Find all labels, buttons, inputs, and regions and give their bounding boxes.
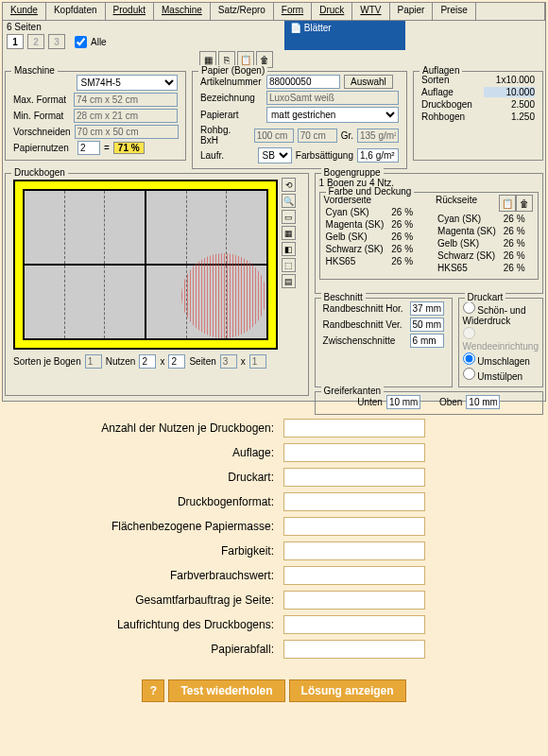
ink-indicator-icon bbox=[181, 253, 266, 338]
druckart-opt-0[interactable] bbox=[463, 301, 475, 314]
tool5-icon[interactable]: ▤ bbox=[282, 274, 296, 288]
q9-input[interactable] bbox=[283, 640, 425, 659]
page-count-label: 6 Seiten bbox=[7, 22, 42, 32]
tab-papier[interactable]: Papier bbox=[390, 3, 434, 20]
tab-spacer bbox=[476, 3, 545, 20]
minformat-label: Min. Format bbox=[13, 111, 70, 121]
q5-label: Farbigkeit: bbox=[28, 544, 283, 558]
delete-colors-icon[interactable]: 🗑 bbox=[516, 195, 533, 212]
tab-produkt[interactable]: Produkt bbox=[106, 3, 154, 20]
x2-label: x bbox=[241, 356, 246, 367]
bez-value bbox=[266, 91, 399, 105]
quiz-form: Anzahl der Nutzen je Druckbogen: Auflage… bbox=[0, 404, 548, 674]
q4-input[interactable] bbox=[283, 517, 425, 536]
vorschneiden-value bbox=[75, 125, 179, 139]
rohbogen-label: Rohbogen bbox=[421, 112, 480, 122]
q2-input[interactable] bbox=[283, 468, 425, 487]
farbsatt-input[interactable] bbox=[357, 148, 399, 163]
sorten-value: 1x10.000 bbox=[484, 75, 535, 85]
tab-druck[interactable]: Druck bbox=[312, 3, 352, 20]
q6-input[interactable] bbox=[283, 566, 425, 585]
pct-badge: 71 % bbox=[113, 142, 145, 154]
q4-label: Flächenbezogene Papiermasse: bbox=[28, 520, 283, 533]
page-2-button[interactable]: 2 bbox=[27, 34, 44, 49]
druckart-legend: Druckart bbox=[465, 292, 506, 302]
q1-input[interactable] bbox=[283, 443, 425, 462]
tool3-icon[interactable]: ◧ bbox=[282, 242, 296, 256]
q3-label: Druckbogenformat: bbox=[28, 495, 283, 508]
tab-maschine[interactable]: Maschine bbox=[154, 3, 211, 20]
footer-bar: ? Test wiederholen Lösung anzeigen bbox=[0, 674, 548, 708]
page-1-button[interactable]: 1 bbox=[7, 34, 24, 49]
gr-label: Gr. bbox=[341, 130, 353, 141]
laufr-select[interactable]: SB bbox=[258, 147, 292, 163]
tab-preise[interactable]: Preise bbox=[433, 3, 475, 20]
help-button[interactable]: ? bbox=[142, 679, 164, 702]
bogengruppe-group: Bogengruppe 1 Bogen zu 4 Ntz. Farbe und … bbox=[315, 173, 543, 294]
sortenbogen-label: Sorten je Bogen bbox=[13, 356, 81, 367]
rohbg-h bbox=[298, 129, 337, 143]
seiten2-input bbox=[249, 354, 266, 369]
randv-input[interactable] bbox=[410, 318, 444, 332]
maxformat-value bbox=[74, 93, 178, 107]
druckbogen-group: Druckbogen A ⟲ 🔍 ▭ ▦ ◧ ⬚ ▤ Sorte bbox=[5, 173, 309, 396]
color-table-back: Cyan (SK)26 % Magenta (SK)26 % Gelb (SK)… bbox=[436, 212, 533, 275]
druckart-opt-2[interactable] bbox=[463, 352, 475, 365]
druckart-opt1-label: Wendeeinrichtung bbox=[463, 341, 539, 352]
q5-input[interactable] bbox=[283, 541, 425, 560]
alle-checkbox[interactable] bbox=[75, 36, 87, 48]
zwischen-input[interactable] bbox=[410, 334, 444, 348]
rohbg-label: Rohbg. BxH bbox=[200, 125, 250, 146]
maxformat-label: Max. Format bbox=[13, 94, 70, 105]
maschine-model-select[interactable]: SM74H-5 bbox=[77, 75, 178, 91]
papierart-select[interactable]: matt gestrichen bbox=[266, 107, 399, 123]
rotate-icon[interactable]: ⟲ bbox=[282, 178, 296, 192]
tool4-icon[interactable]: ⬚ bbox=[282, 258, 296, 272]
auswahl-button[interactable]: Auswahl bbox=[344, 75, 393, 89]
app-window: Kunde Kopfdaten Produkt Maschine Satz/Re… bbox=[2, 2, 546, 402]
artnr-input[interactable] bbox=[266, 75, 340, 89]
solution-button[interactable]: Lösung anzeigen bbox=[289, 679, 406, 702]
page-3-button[interactable]: 3 bbox=[48, 34, 65, 49]
nutzen2-input[interactable] bbox=[168, 354, 185, 369]
oben-label: Oben bbox=[439, 397, 462, 407]
farbe-legend: Farbe und Deckung bbox=[326, 186, 415, 197]
sortenbogen-input bbox=[85, 354, 102, 369]
auflagen-legend: Auflagen bbox=[420, 65, 462, 76]
q8-label: Laufrichtung des Druckbogens: bbox=[28, 618, 283, 631]
q0-input[interactable] bbox=[283, 419, 425, 438]
tab-wtv[interactable]: WTV bbox=[352, 3, 389, 20]
q3-input[interactable] bbox=[283, 492, 425, 511]
copy-colors-icon[interactable]: 📋 bbox=[499, 195, 516, 212]
tab-satzrepro[interactable]: Satz/Repro bbox=[211, 3, 274, 20]
tab-form[interactable]: Form bbox=[274, 3, 312, 20]
druckart-opt3-label: Umstülpen bbox=[477, 371, 522, 382]
papiernutzen-input[interactable] bbox=[77, 141, 100, 155]
repeat-button[interactable]: Test wiederholen bbox=[168, 679, 284, 702]
oben-input[interactable] bbox=[466, 395, 500, 409]
tab-kunde[interactable]: Kunde bbox=[3, 3, 46, 20]
papier-legend: Papier (Bogen) bbox=[198, 65, 267, 76]
papierart-label: Papierart bbox=[200, 110, 263, 120]
maschine-group: Maschine SM74H-5 Max. Format Min. Format… bbox=[5, 71, 186, 161]
unten-input[interactable] bbox=[386, 395, 420, 409]
q7-label: Gesamtfarbauftrag je Seite: bbox=[28, 593, 283, 607]
randh-input[interactable] bbox=[410, 301, 444, 316]
bogengruppe-legend: Bogengruppe bbox=[321, 167, 384, 178]
druckart-opt-3[interactable] bbox=[463, 368, 475, 380]
zoom-icon[interactable]: 🔍 bbox=[282, 194, 296, 208]
color-table-front: Cyan (SK)26 % Magenta (SK)26 % Gelb (SK)… bbox=[324, 205, 421, 268]
q8-input[interactable] bbox=[283, 615, 425, 634]
druckart-opt2-label: Umschlagen bbox=[477, 356, 530, 367]
nutzen1-input[interactable] bbox=[139, 354, 156, 369]
x1-label: x bbox=[160, 356, 164, 367]
tool1-icon[interactable]: ▭ bbox=[282, 210, 296, 224]
druckbogen-legend: Druckbogen bbox=[11, 167, 68, 178]
q7-input[interactable] bbox=[283, 591, 425, 610]
tab-kopfdaten[interactable]: Kopfdaten bbox=[46, 3, 106, 20]
beschnitt-legend: Beschnitt bbox=[321, 292, 366, 302]
tool2-icon[interactable]: ▦ bbox=[282, 226, 296, 240]
rohbg-w bbox=[254, 129, 294, 143]
blaetter-tab[interactable]: 📄 Blätter bbox=[284, 21, 405, 50]
druckbogen-label: Druckbogen bbox=[421, 99, 480, 110]
